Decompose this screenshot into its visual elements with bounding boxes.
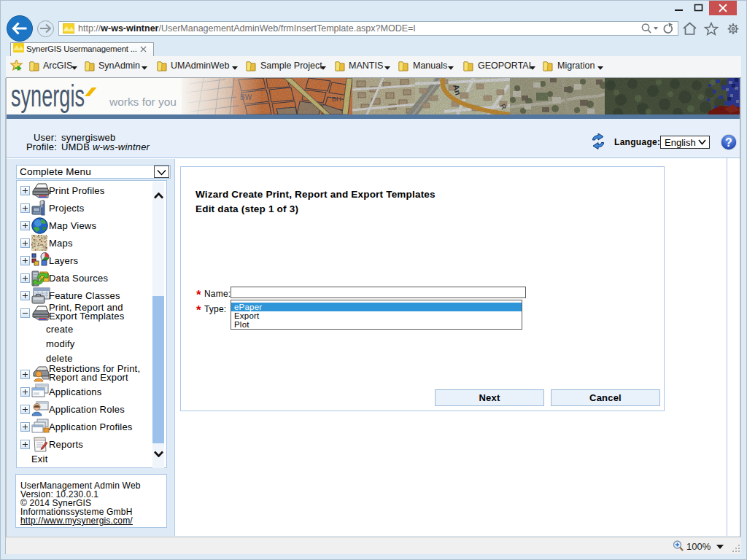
svg-text:works for you: works for you [109,96,177,108]
svg-text:?: ? [725,136,732,149]
svg-text:synergis: synergis [11,79,85,113]
